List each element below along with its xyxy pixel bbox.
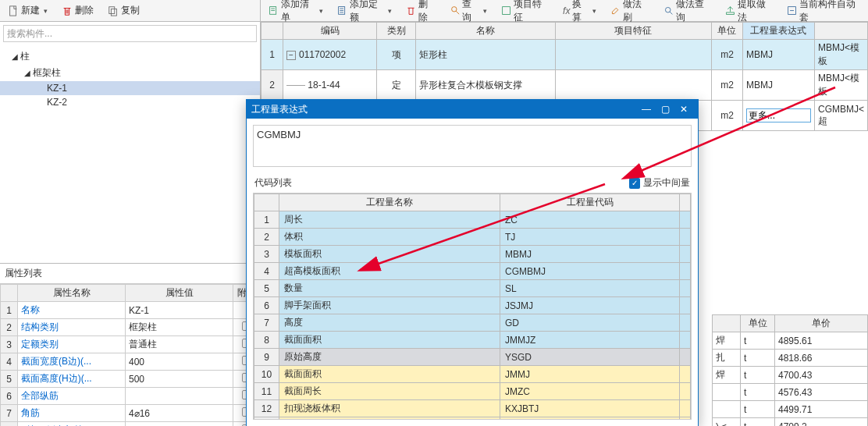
file-icon bbox=[8, 5, 19, 16]
code-cell[interactable]: −011702002 bbox=[283, 40, 377, 70]
prop-value[interactable] bbox=[126, 388, 233, 405]
collapse-icon[interactable]: ◢ bbox=[23, 69, 31, 77]
prop-name[interactable]: 全部纵筋 bbox=[18, 388, 126, 405]
prop-name[interactable]: 结构类别 bbox=[18, 319, 126, 336]
name-cell[interactable]: 矩形柱 bbox=[416, 40, 556, 70]
search-placeholder: 搜索构件... bbox=[7, 27, 52, 41]
price-val: 4895.61 bbox=[775, 332, 868, 350]
new-button[interactable]: 新建 ▾ bbox=[3, 2, 52, 19]
qty-name[interactable]: 截面面积 bbox=[279, 332, 500, 349]
collapse-box-icon[interactable]: − bbox=[286, 51, 296, 60]
qty-code[interactable]: SL bbox=[500, 280, 680, 297]
qty-code[interactable]: KXJBTJ bbox=[500, 400, 680, 417]
right-toolbar: 添加清单▾ 添加定额▾ 删除 查询▾ 项目特征 fx 换算▾ 做法刷 做法查询 … bbox=[261, 0, 868, 22]
expr-cell-input[interactable] bbox=[746, 108, 811, 122]
search-icon bbox=[450, 5, 461, 16]
col-code[interactable]: 编码 bbox=[283, 23, 377, 40]
qty-code[interactable]: MBMJ bbox=[500, 246, 680, 263]
type-cell[interactable]: 项 bbox=[377, 40, 416, 70]
qty-name[interactable]: 扣现浇板体积 bbox=[279, 400, 500, 417]
copy-button[interactable]: 复制 bbox=[103, 2, 144, 19]
col-name[interactable]: 名称 bbox=[416, 23, 556, 40]
qty-code[interactable]: JMMJ bbox=[500, 366, 680, 383]
qty-name[interactable]: 截面面积 bbox=[279, 366, 500, 383]
qty-name[interactable]: 扣预制板体积 bbox=[279, 417, 500, 421]
code-cell[interactable]: —— 18-1-44 bbox=[283, 70, 377, 101]
type-cell[interactable]: 定 bbox=[377, 70, 416, 101]
qty-name[interactable]: 高度 bbox=[279, 314, 500, 332]
ext-cell[interactable]: CGMBMJ<超 bbox=[814, 101, 867, 131]
maximize-button[interactable]: ▢ bbox=[656, 101, 674, 117]
qty-code[interactable]: JSJMJ bbox=[500, 297, 680, 314]
price-val: 4709.2 bbox=[775, 418, 868, 427]
show-mid-checkbox[interactable]: ✓显示中间量 bbox=[629, 176, 690, 190]
qty-name[interactable]: 截面周长 bbox=[279, 383, 500, 400]
name-cell[interactable]: 异形柱复合木模板钢支撑 bbox=[416, 70, 556, 101]
minimize-button[interactable]: — bbox=[637, 101, 656, 117]
prop-name[interactable]: 名称 bbox=[18, 302, 126, 319]
col-expr[interactable]: 工程量表达式 bbox=[742, 23, 814, 40]
ext-cell[interactable]: MBMJ<模板 bbox=[814, 70, 867, 101]
price-pre: 焊 bbox=[713, 367, 741, 384]
unit-cell[interactable]: m2 bbox=[711, 101, 742, 131]
dialog-titlebar[interactable]: 工程量表达式 — ▢ ✕ bbox=[247, 100, 698, 119]
expr-cell[interactable]: MBMJ bbox=[742, 40, 814, 70]
prop-value[interactable]: 框架柱 bbox=[126, 319, 233, 336]
price-unit: t bbox=[741, 401, 775, 418]
prop-name[interactable]: 角筋 bbox=[18, 405, 126, 422]
qty-name[interactable]: 超高模板面积 bbox=[279, 263, 500, 280]
feature-cell[interactable] bbox=[555, 70, 711, 101]
qty-code[interactable]: ZC bbox=[500, 211, 680, 229]
tree-root[interactable]: ◢柱 bbox=[0, 48, 260, 65]
qty-name[interactable]: 模板面积 bbox=[279, 246, 500, 263]
feature-cell[interactable] bbox=[555, 40, 711, 70]
qty-code[interactable]: JMMJZ bbox=[500, 332, 680, 349]
code-list-label: 代码列表 bbox=[254, 176, 292, 190]
prop-value[interactable]: 1⌀16 bbox=[126, 422, 233, 427]
qty-name[interactable]: 周长 bbox=[279, 211, 500, 229]
col-feature[interactable]: 项目特征 bbox=[555, 23, 711, 40]
col-unit[interactable]: 单位 bbox=[711, 23, 742, 40]
fx-icon: fx bbox=[563, 5, 570, 16]
qty-name[interactable]: 脚手架面积 bbox=[279, 297, 500, 314]
unit-cell[interactable]: m2 bbox=[711, 40, 742, 70]
qty-code[interactable]: JMZC bbox=[500, 383, 680, 400]
close-button[interactable]: ✕ bbox=[674, 101, 693, 117]
prop-name[interactable]: B边一侧中部筋 bbox=[18, 422, 126, 427]
prop-value[interactable]: 400 bbox=[126, 353, 233, 371]
prop-name[interactable]: 定额类别 bbox=[18, 336, 126, 353]
col-value: 属性值 bbox=[126, 285, 233, 302]
qty-name[interactable]: 体积 bbox=[279, 229, 500, 246]
tree-child[interactable]: ◢框架柱 bbox=[0, 65, 260, 81]
expr-cell[interactable] bbox=[742, 101, 814, 131]
price-pre: ) ≤… bbox=[713, 418, 741, 427]
delete-button[interactable]: 删除 bbox=[57, 2, 98, 19]
ext-cell[interactable]: MBMJ<模板 bbox=[814, 40, 867, 70]
collapse-icon[interactable]: ◢ bbox=[11, 52, 19, 61]
svg-rect-6 bbox=[503, 6, 510, 14]
qty-code[interactable]: TJ bbox=[500, 229, 680, 246]
qty-name[interactable]: 数量 bbox=[279, 280, 500, 297]
qty-code[interactable]: YSGD bbox=[500, 349, 680, 366]
prop-value[interactable]: KZ-1 bbox=[126, 302, 233, 319]
chevron-down-icon: ▾ bbox=[592, 7, 596, 15]
search-input[interactable]: 搜索构件... bbox=[3, 25, 257, 42]
unit-cell[interactable]: m2 bbox=[711, 70, 742, 101]
qty-name[interactable]: 原始高度 bbox=[279, 349, 500, 366]
prop-value[interactable]: 500 bbox=[126, 371, 233, 388]
expr-cell[interactable]: MBMJ bbox=[742, 70, 814, 101]
price-val: 4499.71 bbox=[775, 401, 868, 418]
tree-leaf[interactable]: KZ-2 bbox=[0, 95, 260, 109]
dialog-title-text: 工程量表达式 bbox=[251, 103, 308, 116]
col-type[interactable]: 类别 bbox=[377, 23, 416, 40]
prop-value[interactable]: 4⌀16 bbox=[126, 405, 233, 422]
prop-value[interactable]: 普通柱 bbox=[126, 336, 233, 353]
qty-code[interactable]: GD bbox=[500, 314, 680, 332]
qty-code[interactable]: CGMBMJ bbox=[500, 263, 680, 280]
prop-name[interactable]: 截面高度(H边)(... bbox=[18, 371, 126, 388]
qty-code[interactable]: KYZBTJ bbox=[500, 417, 680, 421]
auto-icon bbox=[787, 5, 797, 16]
expression-input[interactable]: CGMBMJ bbox=[253, 125, 692, 167]
tree-leaf[interactable]: KZ-1 bbox=[0, 81, 260, 95]
prop-name[interactable]: 截面宽度(B边)(... bbox=[18, 353, 126, 371]
